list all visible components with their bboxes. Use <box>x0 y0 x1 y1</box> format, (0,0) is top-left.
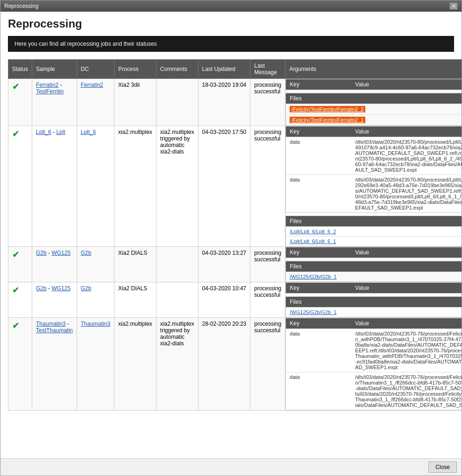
sample-link2[interactable]: Lplt <box>56 129 65 135</box>
status-cell: ✔ <box>8 282 32 318</box>
check-icon: ✔ <box>12 321 19 330</box>
check-icon: ✔ <box>12 82 19 91</box>
dc-link[interactable]: G2b <box>81 285 92 292</box>
last-message-cell: processing successful <box>250 126 285 247</box>
comments-cell <box>156 247 198 282</box>
args-key-header: Key <box>290 285 355 291</box>
dc-link[interactable]: Thaumatin3 <box>81 321 110 327</box>
jobs-table: Status Sample DC Process Comments Last U… <box>8 59 462 411</box>
sample-link1[interactable]: Lplt_6 <box>36 129 51 135</box>
sample-link1[interactable]: Ferratin2 <box>36 82 58 88</box>
args-row: data/dls/i03/data/2020/nt23570-80/proces… <box>286 137 462 175</box>
dc-link[interactable]: Ferratin2 <box>81 82 103 88</box>
args-key-header: Key <box>290 320 355 327</box>
sample-link1[interactable]: G2b <box>36 250 47 256</box>
col-process: Process <box>114 60 156 79</box>
dc-cell: G2b <box>77 282 114 318</box>
table-row: ✔G2b - WG125G2bXia2 DIALS04-03-2020 13:2… <box>8 247 462 282</box>
file-link[interactable]: /Lplt/Lplt_6/Lplt_6_2 <box>290 229 336 234</box>
title-bar: Reprocessing ✕ <box>0 0 462 12</box>
status-cell: ✔ <box>8 318 32 411</box>
process-cell: Xia2 3dii <box>114 79 156 126</box>
dc-link[interactable]: Lplt_6 <box>81 129 96 135</box>
close-button[interactable]: Close <box>428 462 457 473</box>
sample-link2[interactable]: WG125 <box>51 250 71 256</box>
files-header-label: Files <box>290 218 301 224</box>
sample-link1[interactable]: Thaumatin3 <box>36 321 65 327</box>
args-row: data/dls/i03/data/2020/nt23570-76/proces… <box>286 372 462 410</box>
comments-cell <box>156 282 198 318</box>
arg-value: /dls/i03/data/2020/nt23570-80/processed/… <box>355 139 462 173</box>
arg-key: data <box>290 139 355 173</box>
dc-cell: Lplt_6 <box>77 126 114 247</box>
arguments-cell: KeyValueFilesImage #/Felicity/TestFerrit… <box>285 79 462 126</box>
reprocessing-window: Reprocessing ✕ Reprocessing Here you can… <box>0 0 462 476</box>
last-updated-cell: 18-03-2020 19:04 <box>198 79 250 126</box>
sample-cell: Lplt_6 - Lplt <box>32 126 77 247</box>
args-container: KeyValuedata/dls/i03/data/2020/nt23570-7… <box>285 318 462 410</box>
arg-value: /dls/i03/data/2020/nt23570-80/processed/… <box>355 177 462 210</box>
col-last-updated: Last Updated <box>198 60 250 79</box>
last-message-cell: processing successful <box>250 318 285 411</box>
args-value-header: Value <box>355 285 462 291</box>
sample-cell: G2b - WG125 <box>32 282 77 318</box>
dc-cell: Ferratin2 <box>77 79 114 126</box>
arg-key: data <box>290 331 355 370</box>
sample-link2[interactable]: WG125 <box>51 285 71 292</box>
files-section: FilesImage #/Lplt/Lplt_6/Lplt_6_21 - 360… <box>285 216 462 246</box>
info-bar: Here you can find all reprocessing jobs … <box>8 36 454 52</box>
col-last-message: Last Message <box>250 60 285 79</box>
file-link[interactable]: /Felicity/TestFerritin/Ferratin2_1 <box>291 117 363 123</box>
process-cell: Xia2 DIALS <box>114 282 156 318</box>
files-row: /Felicity/TestFerritin/Ferratin2_21 - 36… <box>286 104 462 114</box>
sample-link2[interactable]: TestThaumatin <box>36 327 73 334</box>
check-icon: ✔ <box>12 250 19 259</box>
args-value-header: Value <box>355 249 462 256</box>
process-cell: xia2.multiplex <box>114 126 156 247</box>
col-sample: Sample <box>32 60 77 79</box>
files-row: /WG125/G2b/G2b_1204 - 868 <box>286 307 462 317</box>
args-value-header: Value <box>355 128 462 135</box>
sample-link2[interactable]: TestFerritin <box>36 88 64 95</box>
col-dc: DC <box>77 60 114 79</box>
table-row: ✔G2b - WG125G2bXia2 DIALS04-03-2020 10:4… <box>8 282 462 318</box>
arguments-cell: KeyValueFilesImage #/WG125/G2b/G2b_1204 … <box>285 282 462 318</box>
arg-key: data <box>290 177 355 210</box>
window-title: Reprocessing <box>4 3 38 9</box>
args-container: KeyValuedata/dls/i03/data/2020/nt23570-8… <box>285 126 462 213</box>
dc-cell: Thaumatin3 <box>77 318 114 411</box>
last-updated-cell: 28-02-2020 20:23 <box>198 318 250 411</box>
file-link[interactable]: /Felicity/TestFerritin/Ferratin2_2 <box>291 106 363 112</box>
sample-cell: Ferratin2 - TestFerritin <box>32 79 77 126</box>
args-container: KeyValue <box>285 247 462 258</box>
process-cell: Xia2 DIALS <box>114 247 156 282</box>
files-row: /Felicity/TestFerritin/Ferratin2_11 - 36… <box>286 114 462 125</box>
args-key-header: Key <box>290 128 355 135</box>
arg-key: data <box>290 374 355 408</box>
sample-cell: Thaumatin3 - TestThaumatin <box>32 318 77 411</box>
check-icon: ✔ <box>12 286 19 295</box>
check-icon: ✔ <box>12 129 19 139</box>
status-cell: ✔ <box>8 247 32 282</box>
args-value-header: Value <box>355 320 462 327</box>
table-row: ✔Thaumatin3 - TestThaumatinThaumatin3xia… <box>8 318 462 411</box>
last-updated-cell: 04-03-2020 10:47 <box>198 282 250 318</box>
table-header-row: Status Sample DC Process Comments Last U… <box>8 60 462 79</box>
files-header-label: Files <box>290 95 301 102</box>
window-close-button[interactable]: ✕ <box>449 2 458 10</box>
table-row: ✔Ferratin2 - TestFerritinFerratin2Xia2 3… <box>8 79 462 126</box>
file-link[interactable]: /WG125/G2b/G2b_1 <box>290 274 336 280</box>
last-message-cell: processing successful <box>250 79 285 126</box>
file-link[interactable]: /WG125/G2b/G2b_1 <box>290 309 336 315</box>
col-status: Status <box>8 60 32 79</box>
dc-link[interactable]: G2b <box>81 250 92 256</box>
files-section: FilesImage #/WG125/G2b/G2b_1980 - 2029 <box>285 261 462 282</box>
sample-cell: G2b - WG125 <box>32 247 77 282</box>
args-row: data/dls/i03/data/2020/nt23570-80/proces… <box>286 175 462 212</box>
args-container: KeyValue <box>285 79 462 90</box>
status-cell: ✔ <box>8 126 32 247</box>
file-link[interactable]: /Lplt/Lplt_6/Lplt_6_1 <box>290 238 336 244</box>
comments-cell: xia2.multiplex triggered by automatic xi… <box>156 318 198 411</box>
sample-link1[interactable]: G2b <box>36 285 47 292</box>
files-row: /Lplt/Lplt_6/Lplt_6_11 - 3600 <box>286 236 462 246</box>
